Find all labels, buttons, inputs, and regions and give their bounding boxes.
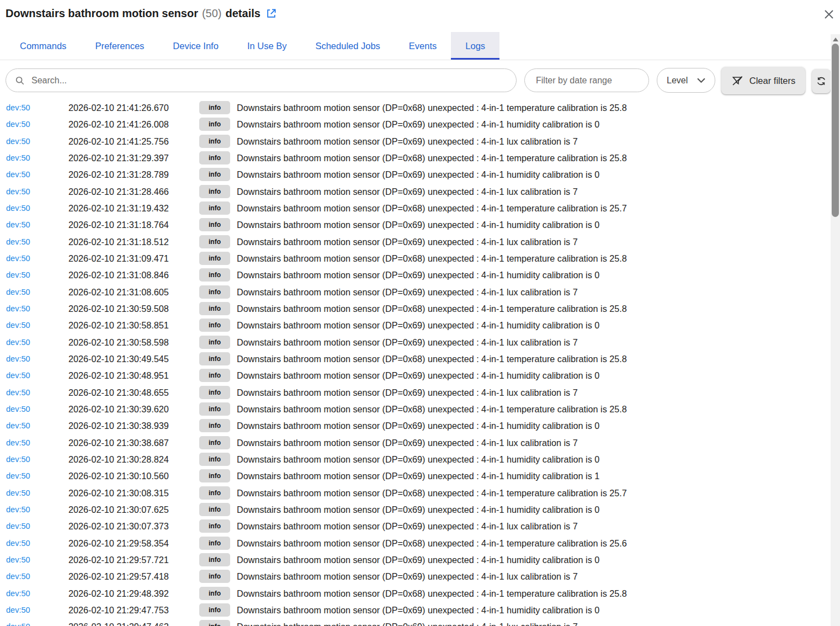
scrollbar-up-arrow-icon[interactable] <box>831 36 840 43</box>
device-link[interactable]: dev:50 <box>6 137 30 146</box>
log-level-badge: info <box>199 218 230 231</box>
refresh-icon <box>816 76 827 87</box>
log-row: dev:50 2026-02-10 21:30:38.939 info Down… <box>0 417 831 434</box>
log-level-badge: info <box>199 319 230 332</box>
device-link[interactable]: dev:50 <box>6 354 30 363</box>
device-link[interactable]: dev:50 <box>6 539 30 548</box>
device-link[interactable]: dev:50 <box>6 170 30 179</box>
device-link[interactable]: dev:50 <box>6 103 30 112</box>
tab-preferences[interactable]: Preferences <box>81 32 158 60</box>
log-level-badge: info <box>199 268 230 282</box>
log-row: dev:50 2026-02-10 21:41:26.008 info Down… <box>0 116 831 132</box>
title-suffix: details <box>226 7 260 20</box>
device-link[interactable]: dev:50 <box>6 589 30 598</box>
log-timestamp: 2026-02-10 21:30:07.373 <box>68 521 169 532</box>
level-select[interactable]: Level <box>657 68 715 93</box>
device-link[interactable]: dev:50 <box>6 505 30 514</box>
tab-commands[interactable]: Commands <box>6 32 81 60</box>
log-message: Downstairs bathroom motion sensor (DP=0x… <box>237 354 627 364</box>
device-link[interactable]: dev:50 <box>6 455 30 464</box>
log-level-badge: info <box>199 503 230 516</box>
log-row: dev:50 2026-02-10 21:30:58.598 info Down… <box>0 334 831 351</box>
device-link[interactable]: dev:50 <box>6 304 30 313</box>
log-level-badge: info <box>199 101 230 114</box>
device-link[interactable]: dev:50 <box>6 254 30 263</box>
device-link[interactable]: dev:50 <box>6 438 30 447</box>
device-link[interactable]: dev:50 <box>6 338 30 347</box>
log-level-badge: info <box>199 235 230 248</box>
log-level-badge: info <box>199 469 230 482</box>
device-link[interactable]: dev:50 <box>6 371 30 380</box>
log-row: dev:50 2026-02-10 21:29:47.753 info Down… <box>0 602 831 618</box>
log-message: Downstairs bathroom motion sensor (DP=0x… <box>237 555 599 565</box>
refresh-button[interactable] <box>812 69 831 93</box>
tab-logs[interactable]: Logs <box>451 32 499 60</box>
log-row: dev:50 2026-02-10 21:30:38.687 info Down… <box>0 434 831 451</box>
device-link[interactable]: dev:50 <box>6 572 30 581</box>
log-message: Downstairs bathroom motion sensor (DP=0x… <box>237 387 578 397</box>
device-link[interactable]: dev:50 <box>6 153 30 162</box>
log-timestamp: 2026-02-10 21:31:08.605 <box>68 287 169 297</box>
log-message: Downstairs bathroom motion sensor (DP=0x… <box>237 203 627 214</box>
open-in-new-icon[interactable] <box>266 8 277 19</box>
log-level-badge: info <box>199 352 230 365</box>
log-level-badge: info <box>199 252 230 265</box>
close-icon[interactable] <box>823 8 835 20</box>
date-range-input[interactable] <box>535 75 639 86</box>
log-timestamp: 2026-02-10 21:30:48.655 <box>68 387 169 397</box>
log-row: dev:50 2026-02-10 21:29:47.462 info Down… <box>0 618 831 626</box>
tab-in-use-by[interactable]: In Use By <box>233 32 301 60</box>
device-link[interactable]: dev:50 <box>6 606 30 614</box>
tab-device-info[interactable]: Device Info <box>158 32 233 60</box>
log-row: dev:50 2026-02-10 21:29:57.418 info Down… <box>0 568 831 585</box>
log-message: Downstairs bathroom motion sensor (DP=0x… <box>237 153 627 163</box>
log-message: Downstairs bathroom motion sensor (DP=0x… <box>237 487 627 498</box>
device-link[interactable]: dev:50 <box>6 555 30 564</box>
device-link[interactable]: dev:50 <box>6 471 30 480</box>
log-row: dev:50 2026-02-10 21:30:28.824 info Down… <box>0 451 831 468</box>
log-message: Downstairs bathroom motion sensor (DP=0x… <box>237 236 578 247</box>
device-link[interactable]: dev:50 <box>6 421 30 430</box>
log-message: Downstairs bathroom motion sensor (DP=0x… <box>237 588 627 598</box>
device-link[interactable]: dev:50 <box>6 622 30 626</box>
log-timestamp: 2026-02-10 21:31:09.471 <box>68 253 169 264</box>
log-row: dev:50 2026-02-10 21:31:28.466 info Down… <box>0 183 831 200</box>
device-link[interactable]: dev:50 <box>6 270 30 279</box>
tab-label: In Use By <box>247 41 287 51</box>
log-level-badge: info <box>199 519 230 533</box>
device-link[interactable]: dev:50 <box>6 388 30 397</box>
log-level-badge: info <box>199 118 230 131</box>
log-message: Downstairs bathroom motion sensor (DP=0x… <box>237 186 578 197</box>
log-level-badge: info <box>199 201 230 215</box>
device-link[interactable]: dev:50 <box>6 405 30 413</box>
log-level-badge: info <box>199 537 230 550</box>
tab-events[interactable]: Events <box>395 32 451 60</box>
device-link[interactable]: dev:50 <box>6 489 30 497</box>
log-timestamp: 2026-02-10 21:31:08.846 <box>68 270 169 280</box>
clear-filters-button[interactable]: Clear filters <box>721 67 805 94</box>
log-timestamp: 2026-02-10 21:41:26.670 <box>68 103 169 113</box>
log-timestamp: 2026-02-10 21:31:28.789 <box>68 169 169 180</box>
device-link[interactable]: dev:50 <box>6 220 30 229</box>
tab-label: Scheduled Jobs <box>315 41 380 51</box>
log-timestamp: 2026-02-10 21:30:59.508 <box>68 304 169 314</box>
log-timestamp: 2026-02-10 21:30:39.620 <box>68 404 169 415</box>
device-link[interactable]: dev:50 <box>6 237 30 246</box>
device-link[interactable]: dev:50 <box>6 522 30 530</box>
scrollbar-thumb[interactable] <box>832 44 839 217</box>
device-link[interactable]: dev:50 <box>6 321 30 330</box>
search-input[interactable] <box>30 75 507 86</box>
log-level-badge: info <box>199 553 230 566</box>
log-timestamp: 2026-02-10 21:29:57.418 <box>68 571 169 582</box>
log-timestamp: 2026-02-10 21:31:18.764 <box>68 220 169 230</box>
device-link[interactable]: dev:50 <box>6 187 30 196</box>
log-timestamp: 2026-02-10 21:29:47.753 <box>68 605 169 616</box>
log-message: Downstairs bathroom motion sensor (DP=0x… <box>237 454 599 465</box>
tab-scheduled-jobs[interactable]: Scheduled Jobs <box>301 32 394 60</box>
log-level-badge: info <box>199 436 230 449</box>
device-link[interactable]: dev:50 <box>6 288 30 296</box>
device-link[interactable]: dev:50 <box>6 120 30 129</box>
device-link[interactable]: dev:50 <box>6 204 30 213</box>
log-row: dev:50 2026-02-10 21:31:19.432 info Down… <box>0 200 831 216</box>
log-row: dev:50 2026-02-10 21:30:39.620 info Down… <box>0 401 831 417</box>
